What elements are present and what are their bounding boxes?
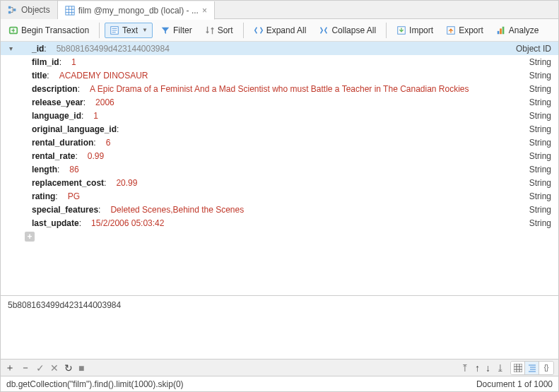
svg-rect-1 [8, 11, 11, 14]
field-value: 1 [93, 111, 98, 121]
field-row[interactable]: rating :PGString [1, 189, 558, 203]
field-key: rating [32, 191, 55, 201]
field-row[interactable]: replacement_cost :20.99String [1, 176, 558, 189]
document-tree-view[interactable]: ▾ _id : 5b808163499d423144003984 Object … [1, 42, 558, 295]
field-key: replacement_cost [32, 178, 104, 188]
value-detail-pane[interactable]: 5b808163499d423144003984 [1, 295, 558, 359]
field-value: ACADEMY DINOSAUR [59, 71, 148, 81]
expand-icon [254, 25, 264, 35]
refresh-button[interactable]: ↻ [64, 362, 73, 374]
field-row[interactable]: description :A Epic Drama of a Feminist … [1, 82, 558, 95]
separator [386, 23, 387, 38]
field-type: Object ID [516, 44, 558, 54]
chevron-down-icon: ▼ [142, 27, 148, 33]
import-button[interactable]: Import [392, 23, 438, 38]
field-key: special_features [32, 205, 98, 215]
next-record-button[interactable]: ↓ [486, 362, 490, 374]
field-type: String [529, 165, 558, 174]
apply-button[interactable]: ✓ [36, 362, 45, 374]
field-row[interactable]: film_id :1String [1, 55, 558, 69]
field-row[interactable]: language_id :1String [1, 109, 558, 122]
json-view-button[interactable]: {} [539, 362, 553, 374]
transaction-icon [8, 25, 18, 35]
field-value: 6 [106, 138, 111, 148]
svg-rect-18 [514, 364, 522, 372]
field-value: 0.99 [88, 151, 104, 161]
svg-rect-0 [8, 6, 11, 9]
add-record-button[interactable]: ＋ [5, 362, 15, 374]
detail-value: 5b808163499d423144003984 [8, 300, 121, 310]
field-type: String [529, 138, 558, 148]
plus-icon[interactable]: + [25, 232, 35, 242]
tab-close-button[interactable]: × [202, 6, 207, 16]
field-row[interactable]: special_features :Deleted Scenes,Behind … [1, 203, 558, 216]
delete-record-button[interactable]: － [20, 362, 30, 374]
prev-record-button[interactable]: ↑ [475, 362, 480, 374]
tree-icon [8, 5, 18, 15]
separator [243, 23, 244, 38]
analyze-button[interactable]: Analyze [491, 23, 544, 38]
field-type: String [529, 205, 558, 215]
text-icon [110, 25, 119, 35]
field-row[interactable]: length :86String [1, 162, 558, 176]
field-row[interactable]: release_year :2006String [1, 95, 558, 109]
field-row[interactable]: original_language_id :String [1, 122, 558, 136]
field-key: description [32, 84, 78, 94]
field-key: last_update [32, 218, 79, 228]
field-key: film_id [32, 57, 59, 67]
collapse-all-button[interactable]: Collapse All [314, 23, 381, 38]
field-value: 15/2/2006 05:03:42 [91, 218, 164, 228]
record-navigation-bar: ＋ － ✓ ✕ ↻ ■ ⤒ ↑ ↓ ⤓ {} [1, 359, 558, 376]
field-row[interactable]: rental_duration :6String [1, 136, 558, 149]
field-key: original_language_id [32, 124, 117, 134]
tab-objects[interactable]: Objects [1, 1, 58, 19]
field-type: String [529, 124, 558, 134]
field-key: _id [32, 44, 44, 54]
filter-button[interactable]: Filter [155, 23, 197, 38]
last-record-button[interactable]: ⤓ [496, 362, 505, 374]
field-key: title [32, 71, 47, 81]
svg-rect-3 [66, 6, 74, 14]
expand-all-button[interactable]: Expand All [249, 23, 312, 38]
stop-button[interactable]: ■ [78, 362, 84, 374]
import-icon [396, 25, 406, 35]
tab-label: Objects [21, 5, 50, 15]
svg-rect-16 [500, 28, 502, 34]
toolbar-label: Begin Transaction [21, 25, 89, 35]
field-key: release_year [32, 97, 83, 107]
grid-icon [514, 364, 522, 372]
grid-icon [65, 6, 75, 16]
tree-view-button[interactable] [525, 362, 539, 374]
field-row-id[interactable]: ▾ _id : 5b808163499d423144003984 Object … [1, 42, 558, 55]
toolbar-label: Collapse All [331, 25, 376, 35]
chart-icon [496, 25, 506, 35]
tab-film-collection[interactable]: film @my_mongo_db (local) - ... × [58, 1, 215, 20]
field-key: language_id [32, 111, 81, 121]
field-row[interactable]: last_update :15/2/2006 05:03:42String [1, 216, 558, 230]
view-mode-switcher: {} [510, 361, 554, 375]
collapse-toggle[interactable]: ▾ [6, 44, 15, 53]
field-value: 2006 [95, 97, 114, 107]
first-record-button[interactable]: ⤒ [461, 362, 469, 374]
toolbar-label: Export [459, 25, 483, 35]
toolbar-label: Filter [173, 25, 192, 35]
text-view-button[interactable]: Text ▼ [105, 23, 153, 38]
field-value: 86 [69, 165, 78, 174]
field-type: String [529, 97, 558, 107]
field-type: String [529, 84, 558, 94]
separator [99, 23, 100, 38]
field-value: 20.99 [116, 178, 137, 188]
field-type: String [529, 178, 558, 188]
field-type: String [529, 218, 558, 228]
field-row[interactable]: title :ACADEMY DINOSAURString [1, 69, 558, 82]
field-key: rental_rate [32, 151, 75, 161]
begin-transaction-button[interactable]: Begin Transaction [4, 23, 94, 38]
add-field-row[interactable]: + [1, 230, 558, 243]
sort-button[interactable]: Sort [200, 23, 238, 38]
tab-bar: Objects film @my_mongo_db (local) - ... … [1, 1, 558, 19]
export-button[interactable]: Export [441, 23, 488, 38]
field-row[interactable]: rental_rate :0.99String [1, 149, 558, 162]
main-toolbar: Begin Transaction Text ▼ Filter Sort Exp… [1, 19, 558, 42]
grid-view-button[interactable] [511, 362, 525, 374]
cancel-button[interactable]: ✕ [50, 362, 59, 374]
